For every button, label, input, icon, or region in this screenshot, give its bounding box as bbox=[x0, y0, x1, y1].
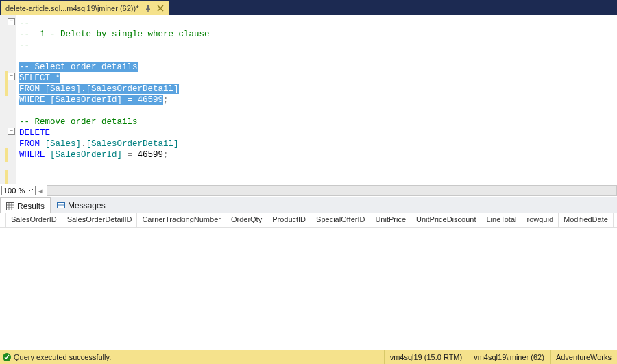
results-grid-body[interactable] bbox=[0, 228, 617, 351]
status-server: vm4sql19 (15.0 RTM) bbox=[384, 350, 468, 364]
document-tab-bar: delete-article.sql...m4sql19\jminer (62)… bbox=[0, 0, 617, 15]
svg-rect-2 bbox=[58, 203, 65, 208]
fold-gutter: − − − bbox=[5, 15, 16, 184]
column-header[interactable]: CarrierTrackingNumber bbox=[137, 213, 226, 227]
messages-icon bbox=[57, 202, 65, 210]
change-marker bbox=[5, 148, 8, 162]
document-tab-title: delete-article.sql...m4sql19\jminer (62)… bbox=[5, 4, 138, 12]
hscroll-left-icon[interactable]: ◂ bbox=[38, 186, 43, 195]
status-login: vm4sql19\jminer (62) bbox=[468, 350, 550, 364]
tab-messages-label: Messages bbox=[68, 201, 106, 210]
fold-toggle[interactable]: − bbox=[8, 73, 15, 80]
results-grid-header: SalesOrderID SalesOrderDetailID CarrierT… bbox=[0, 213, 617, 228]
column-header[interactable]: LineTotal bbox=[481, 213, 522, 227]
success-icon bbox=[3, 353, 11, 361]
column-header[interactable]: UnitPriceDiscount bbox=[411, 213, 481, 227]
zoom-value: 100 % bbox=[3, 186, 25, 195]
tab-results[interactable]: Results bbox=[0, 197, 51, 213]
change-marker bbox=[5, 170, 8, 184]
column-header[interactable]: OrderQty bbox=[226, 213, 267, 227]
fold-toggle[interactable]: − bbox=[8, 128, 15, 135]
status-message: Query executed successfully. bbox=[14, 353, 111, 361]
code-text[interactable]: -- -- 1 - Delete by single where clause … bbox=[16, 15, 617, 184]
tab-bar-empty bbox=[169, 0, 617, 15]
close-icon[interactable] bbox=[156, 4, 165, 12]
column-header[interactable]: rowguid bbox=[522, 213, 559, 227]
zoom-select[interactable]: 100 % bbox=[1, 186, 36, 195]
status-database: AdventureWorks bbox=[550, 350, 617, 364]
change-marker bbox=[5, 71, 8, 96]
tab-messages[interactable]: Messages bbox=[51, 197, 112, 213]
row-selector-header[interactable] bbox=[0, 213, 6, 227]
code-editor[interactable]: − − − -- -- 1 - Delete by single where c… bbox=[0, 15, 617, 184]
document-tab[interactable]: delete-article.sql...m4sql19\jminer (62)… bbox=[1, 1, 169, 15]
grid-icon bbox=[6, 202, 14, 210]
svg-rect-0 bbox=[148, 10, 149, 12]
horizontal-scrollbar[interactable] bbox=[47, 185, 617, 196]
fold-toggle[interactable]: − bbox=[8, 18, 15, 25]
svg-rect-1 bbox=[7, 203, 14, 210]
outline-margin bbox=[0, 15, 5, 184]
pin-icon[interactable] bbox=[144, 4, 152, 12]
tab-results-label: Results bbox=[17, 202, 45, 211]
status-bar: Query executed successfully. vm4sql19 (1… bbox=[0, 350, 617, 364]
column-header[interactable]: SalesOrderID bbox=[6, 213, 62, 227]
chevron-down-icon bbox=[28, 188, 34, 193]
results-tab-bar: Results Messages bbox=[0, 197, 617, 213]
column-header[interactable]: SpecialOfferID bbox=[311, 213, 370, 227]
column-header[interactable]: SalesOrderDetailID bbox=[62, 213, 138, 227]
column-header[interactable]: ProductID bbox=[267, 213, 311, 227]
editor-footer: 100 % ◂ bbox=[0, 184, 617, 197]
column-header[interactable]: UnitPrice bbox=[370, 213, 411, 227]
column-header[interactable]: ModifiedDate bbox=[559, 213, 614, 227]
